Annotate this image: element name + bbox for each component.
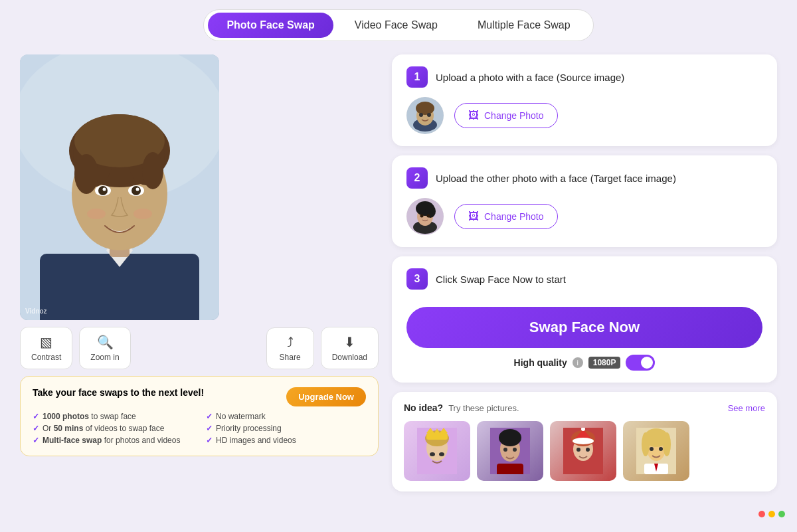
tab-video-face-swap[interactable]: Video Face Swap (336, 13, 456, 38)
decoration-dots (758, 511, 785, 517)
info-icon[interactable]: i (573, 357, 583, 368)
svg-point-33 (427, 215, 430, 218)
no-idea-sub: Try these pictures. (448, 403, 519, 413)
step-3-number: 3 (406, 268, 428, 290)
svg-point-24 (416, 102, 434, 115)
resolution-badge: 1080P (588, 357, 621, 369)
dot-yellow (768, 511, 775, 517)
quality-row: High quality i 1080P (406, 355, 762, 371)
svg-point-41 (430, 452, 435, 456)
right-panel: 1 Upload a photo with a face (Source ima… (392, 54, 777, 491)
left-panel: Vidnoz ▧ Contrast 🔍 Zoom in ⤴ Share ⬇ Do… (20, 54, 379, 491)
suggestion-icon-3 (550, 421, 616, 481)
step-3-title: Click Swap Face Now to start (436, 274, 566, 285)
see-more-link[interactable]: See more (728, 403, 765, 413)
image-icon-2: 🖼 (468, 211, 479, 222)
no-idea-section: No idea? Try these pictures. See more (392, 392, 777, 491)
quality-toggle[interactable] (626, 355, 655, 371)
suggestion-item-2[interactable] (477, 421, 543, 481)
svg-point-26 (427, 113, 431, 117)
svg-point-46 (503, 448, 507, 452)
svg-point-31 (425, 205, 436, 218)
check-icon-5: ✓ (206, 424, 213, 433)
dot-red (758, 511, 765, 517)
image-icon-1: 🖼 (468, 110, 479, 122)
svg-point-61 (663, 432, 671, 456)
main-area: Vidnoz ▧ Contrast 🔍 Zoom in ⤴ Share ⬇ Do… (0, 48, 797, 498)
step-1-card: 1 Upload a photo with a face (Source ima… (392, 54, 777, 146)
suggestion-icon-1 (404, 421, 470, 481)
step-1-header: 1 Upload a photo with a face (Source ima… (406, 66, 762, 88)
zoom-in-icon: 🔍 (97, 334, 114, 350)
preview-image: Vidnoz (20, 54, 219, 320)
download-icon: ⬇ (344, 334, 355, 350)
step-1-number: 1 (406, 66, 428, 88)
contrast-button[interactable]: ▧ Contrast (20, 327, 72, 369)
share-button[interactable]: ⤴ Share (266, 327, 314, 369)
step-2-number: 2 (406, 167, 428, 189)
svg-point-60 (642, 432, 650, 456)
feature-1: ✓ 1000 photos to swap face (33, 412, 193, 421)
toolbar: ▧ Contrast 🔍 Zoom in ⤴ Share ⬇ Download (20, 327, 379, 369)
zoom-in-label: Zoom in (90, 353, 119, 362)
suggestion-item-3[interactable] (550, 421, 616, 481)
svg-point-17 (103, 188, 106, 191)
tab-photo-face-swap[interactable]: Photo Face Swap (208, 13, 333, 38)
svg-point-62 (650, 447, 654, 451)
step-1-title: Upload a photo with a face (Source image… (436, 72, 624, 83)
zoom-in-button[interactable]: 🔍 Zoom in (79, 327, 130, 369)
check-icon-4: ✓ (206, 412, 213, 421)
svg-point-25 (419, 113, 423, 117)
svg-point-11 (74, 154, 98, 194)
step-2-avatar (406, 198, 444, 235)
upgrade-title: Take your face swaps to the next level! (33, 387, 204, 398)
suggestion-item-4[interactable] (623, 421, 689, 481)
suggestion-icon-2 (477, 421, 543, 481)
no-idea-label: No idea? (404, 402, 443, 413)
svg-point-18 (136, 188, 139, 191)
download-button[interactable]: ⬇ Download (321, 327, 379, 369)
svg-point-42 (439, 452, 444, 456)
step-2-change-photo-button[interactable]: 🖼 Change Photo (454, 204, 558, 229)
step-2-content: 🖼 Change Photo (406, 198, 762, 235)
tab-bar: Photo Face Swap Video Face Swap Multiple… (0, 0, 797, 48)
step-3-card: 3 Click Swap Face Now to start Swap Face… (392, 256, 777, 383)
suggestion-item-1[interactable] (404, 421, 470, 481)
feature-5: ✓ Priority processing (206, 424, 366, 433)
svg-point-19 (87, 209, 106, 219)
svg-point-16 (132, 186, 141, 195)
svg-point-32 (420, 215, 424, 218)
svg-point-45 (499, 429, 521, 446)
upgrade-banner: Take your face swaps to the next level! … (20, 376, 379, 456)
step-2-title: Upload the other photo with a face (Targ… (436, 173, 676, 184)
step-1-content: 🖼 Change Photo (406, 97, 762, 134)
svg-point-63 (659, 447, 663, 451)
check-icon-6: ✓ (206, 436, 213, 445)
no-idea-header: No idea? Try these pictures. See more (404, 402, 765, 413)
feature-4: ✓ No watermark (206, 412, 366, 421)
tab-multiple-face-swap[interactable]: Multiple Face Swap (459, 13, 589, 38)
swap-face-now-button[interactable]: Swap Face Now (406, 307, 762, 348)
upgrade-now-button[interactable]: Upgrade Now (286, 387, 366, 406)
share-label: Share (280, 353, 301, 362)
suggestion-grid (404, 421, 765, 481)
svg-point-53 (573, 438, 594, 444)
feature-6: ✓ HD images and videos (206, 436, 366, 445)
step-1-change-photo-button[interactable]: 🖼 Change Photo (454, 103, 558, 128)
contrast-icon: ▧ (40, 334, 52, 350)
svg-point-55 (576, 448, 580, 452)
svg-rect-48 (497, 464, 523, 474)
svg-rect-37 (426, 433, 448, 440)
step-2-card: 2 Upload the other photo with a face (Ta… (392, 155, 777, 247)
feature-2: ✓ Or 50 mins of videos to swap face (33, 424, 193, 433)
tab-pill-wrapper: Photo Face Swap Video Face Swap Multiple… (203, 9, 593, 41)
watermark: Vidnoz (25, 308, 47, 315)
svg-point-15 (98, 186, 108, 195)
step-1-avatar (406, 97, 444, 134)
svg-point-47 (513, 448, 517, 452)
quality-label: High quality (514, 357, 567, 368)
svg-point-20 (133, 209, 152, 219)
svg-point-56 (586, 448, 590, 452)
contrast-label: Contrast (31, 353, 61, 362)
check-icon-1: ✓ (33, 412, 39, 421)
